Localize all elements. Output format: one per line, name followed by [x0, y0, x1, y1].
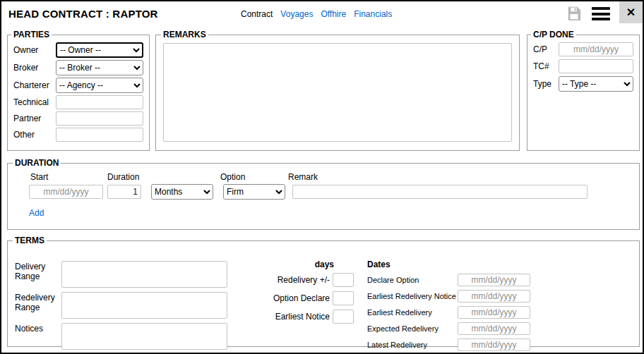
latest-redelivery-label: Latest Redelivery [367, 341, 458, 349]
tc-number-label: TC# [533, 61, 559, 71]
start-column-header: Start [30, 172, 107, 182]
duration-value-input[interactable] [107, 185, 141, 199]
option-select[interactable]: Firm [223, 184, 285, 200]
redelivery-range-textarea[interactable] [61, 292, 227, 319]
menu-bar [592, 7, 610, 10]
option-declare-row: Option Declare [261, 291, 354, 305]
close-button[interactable]: ✕ [619, 1, 643, 23]
earliest-notice-label: Earliest Notice [275, 312, 333, 322]
duration-grid: Start Duration Option Remark Months Firm… [15, 172, 632, 219]
duration-section: DURATION Start Duration Option Remark Mo… [7, 158, 640, 230]
close-icon: ✕ [626, 6, 636, 19]
earliest-notice-row: Earliest Notice [261, 310, 354, 324]
charterer-select[interactable]: -- Agency -- [56, 78, 143, 93]
type-select[interactable]: -- Type -- [559, 76, 633, 92]
type-row: Type -- Type -- [533, 76, 633, 92]
terms-days-column: days Redelivery +/- Option Declare Earli… [261, 260, 354, 328]
hamburger-menu-icon[interactable] [592, 7, 610, 20]
owner-select[interactable]: -- Owner -- [56, 42, 143, 58]
add-duration-link[interactable]: Add [29, 208, 44, 218]
expected-redelivery-label: Expected Redelivery [367, 324, 458, 333]
notices-row: Notices [15, 323, 227, 350]
partner-input[interactable] [56, 111, 143, 126]
notices-textarea[interactable] [61, 323, 227, 350]
earliest-redelivery-label: Earliest Redelivery [367, 308, 458, 317]
other-input[interactable] [56, 128, 143, 142]
broker-label: Broker [13, 63, 56, 73]
head-contract-window: HEAD CONTRACT : RAPTOR Contract Voyages … [0, 0, 644, 354]
tab-contract[interactable]: Contract [241, 9, 273, 19]
redelivery-plus-minus-input[interactable] [333, 273, 354, 287]
declare-option-date-input[interactable] [458, 274, 530, 286]
duration-column-header: Duration [107, 172, 220, 182]
type-label: Type [533, 79, 559, 89]
option-declare-input[interactable] [333, 291, 354, 305]
other-row: Other [13, 128, 143, 142]
technical-input[interactable] [56, 95, 143, 109]
partner-label: Partner [13, 114, 56, 123]
redelivery-range-row: Redelivery Range [15, 292, 227, 319]
charterer-label: Charterer [13, 80, 56, 90]
floppy-glyph [566, 6, 582, 21]
option-declare-label: Option Declare [273, 293, 333, 303]
redelivery-plus-minus-row: Redelivery +/- [261, 273, 354, 287]
technical-label: Technical [13, 97, 56, 107]
cp-date-row: C/P [533, 42, 633, 56]
expected-redelivery-date-input[interactable] [458, 322, 530, 335]
remarks-legend: REMARKS [161, 30, 208, 39]
duration-unit-select[interactable]: Months [151, 184, 213, 200]
duration-headers: Start Duration Option Remark [29, 172, 632, 182]
remarks-textarea[interactable] [163, 43, 512, 142]
duration-remark-input[interactable] [292, 185, 588, 199]
earliest-redelivery-notice-label: Earliest Redelivery Notice [367, 292, 458, 300]
terms-legend: TERMS [13, 236, 47, 245]
terms-dates-column: Dates Declare Option Earliest Redelivery… [367, 260, 551, 354]
earliest-redelivery-row: Earliest Redelivery [367, 306, 551, 319]
owner-row: Owner -- Owner -- [13, 42, 143, 58]
charterer-row: Charterer -- Agency -- [13, 78, 143, 93]
terms-section: TERMS Delivery Range Redelivery Range No… [7, 236, 640, 347]
declare-option-row: Declare Option [367, 274, 551, 286]
expected-redelivery-row: Expected Redelivery [367, 322, 551, 335]
start-date-input[interactable] [29, 185, 103, 199]
option-column-header: Option [220, 172, 288, 182]
tab-voyages[interactable]: Voyages [280, 9, 313, 19]
page-title: HEAD CONTRACT : RAPTOR [8, 8, 158, 20]
dates-header: Dates [367, 260, 551, 269]
cp-date-label: C/P [533, 44, 559, 54]
tc-number-row: TC# [533, 59, 633, 73]
notices-label: Notices [15, 323, 61, 350]
menu-bar [592, 13, 610, 16]
broker-select[interactable]: -- Broker -- [56, 60, 143, 75]
tab-bar: Contract Voyages Offhire Financials [241, 9, 392, 19]
tab-financials[interactable]: Financials [354, 9, 392, 19]
declare-option-label: Declare Option [367, 276, 458, 284]
delivery-range-textarea[interactable] [61, 261, 227, 288]
earliest-redelivery-date-input[interactable] [458, 306, 530, 319]
menu-bar [592, 18, 610, 20]
delivery-range-row: Delivery Range [15, 261, 227, 288]
parties-section: PARTIES Owner -- Owner -- Broker -- Brok… [7, 30, 150, 151]
parties-legend: PARTIES [11, 30, 52, 39]
latest-redelivery-row: Latest Redelivery [367, 338, 551, 351]
earliest-notice-input[interactable] [333, 310, 354, 324]
tc-number-input[interactable] [559, 59, 633, 73]
broker-row: Broker -- Broker -- [13, 60, 143, 75]
latest-redelivery-date-input[interactable] [458, 338, 530, 351]
days-header: days [261, 260, 354, 269]
partner-row: Partner [13, 111, 143, 126]
duration-legend: DURATION [13, 158, 61, 168]
redelivery-range-label: Redelivery Range [15, 292, 61, 319]
cp-date-input[interactable] [559, 42, 633, 56]
delivery-range-label: Delivery Range [15, 261, 61, 288]
remarks-section: REMARKS [155, 30, 520, 151]
earliest-redelivery-notice-row: Earliest Redelivery Notice [367, 290, 551, 303]
save-icon[interactable] [566, 6, 582, 21]
earliest-redelivery-notice-date-input[interactable] [458, 290, 530, 303]
cp-done-legend: C/P DONE [531, 30, 576, 39]
duration-row: Months Firm [29, 184, 632, 200]
remark-column-header: Remark [288, 172, 318, 182]
header: HEAD CONTRACT : RAPTOR Contract Voyages … [1, 1, 643, 27]
owner-label: Owner [13, 45, 56, 55]
tab-offhire[interactable]: Offhire [321, 9, 346, 19]
